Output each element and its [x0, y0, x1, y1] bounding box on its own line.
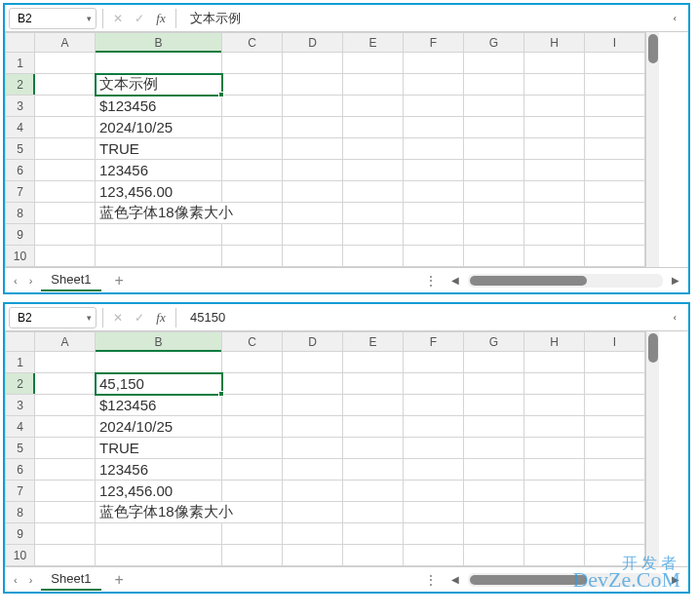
cell[interactable] [404, 352, 464, 373]
cell[interactable] [96, 246, 222, 267]
col-header-D[interactable]: D [283, 33, 343, 53]
cell[interactable] [35, 138, 96, 160]
cell[interactable] [464, 117, 524, 138]
scrollbar-thumb[interactable] [648, 333, 658, 363]
cell-B7[interactable]: 123,456.00 [96, 481, 222, 502]
cell[interactable] [283, 459, 343, 481]
cell[interactable] [585, 160, 645, 181]
cell-B7[interactable]: 123,456.00 [96, 181, 222, 203]
cell[interactable] [585, 395, 645, 416]
cell[interactable] [524, 246, 585, 267]
col-header-E[interactable]: E [343, 332, 404, 352]
cell[interactable] [222, 523, 283, 545]
cell[interactable] [222, 395, 283, 416]
cell[interactable] [343, 523, 404, 545]
cell[interactable] [464, 459, 524, 481]
cell[interactable] [585, 246, 645, 267]
row-header[interactable]: 7 [6, 181, 35, 203]
add-sheet-button[interactable]: + [107, 571, 132, 589]
cell[interactable] [404, 224, 464, 246]
cell[interactable] [404, 481, 464, 502]
scroll-right-icon[interactable]: ▶ [669, 275, 682, 286]
fx-icon[interactable]: fx [152, 308, 170, 327]
cell[interactable] [343, 181, 404, 203]
cell[interactable] [404, 96, 464, 117]
cell[interactable] [222, 459, 283, 481]
row-header[interactable]: 1 [6, 352, 35, 373]
col-header-C[interactable]: C [222, 332, 283, 352]
cell[interactable] [343, 481, 404, 502]
cell[interactable] [343, 96, 404, 117]
cell[interactable] [585, 523, 645, 545]
cell[interactable] [343, 138, 404, 160]
expand-icon[interactable]: ⌄ [672, 11, 682, 26]
cell-B6[interactable]: 123456 [96, 160, 222, 181]
col-header-A[interactable]: A [35, 33, 96, 53]
row-header[interactable]: 7 [6, 481, 35, 502]
cell[interactable] [464, 523, 524, 545]
cell-B2[interactable]: 文本示例 [96, 74, 222, 96]
cell[interactable] [343, 545, 404, 566]
cell[interactable] [343, 373, 404, 395]
row-header[interactable]: 8 [6, 502, 35, 523]
row-header[interactable]: 10 [6, 246, 35, 267]
cell[interactable] [343, 224, 404, 246]
tab-prev-icon[interactable]: ‹ [11, 574, 20, 586]
cell[interactable] [35, 117, 96, 138]
confirm-icon[interactable]: ✓ [131, 308, 148, 327]
row-header[interactable]: 9 [6, 523, 35, 545]
cell[interactable] [35, 181, 96, 203]
cell[interactable] [585, 416, 645, 438]
cell[interactable] [283, 545, 343, 566]
chevron-down-icon[interactable]: ▾ [87, 14, 92, 23]
row-header[interactable]: 1 [6, 53, 35, 74]
cell[interactable] [35, 373, 96, 395]
cell[interactable] [524, 459, 585, 481]
name-box[interactable]: B2 ▾ [9, 8, 97, 29]
cancel-icon[interactable]: ✕ [109, 308, 127, 327]
cell-B3[interactable]: $123456 [96, 96, 222, 117]
cell[interactable] [35, 352, 96, 373]
cell[interactable] [464, 502, 524, 523]
cell[interactable] [524, 181, 585, 203]
cell[interactable] [222, 181, 283, 203]
cell[interactable] [283, 395, 343, 416]
cell[interactable] [524, 74, 585, 96]
cell[interactable] [343, 246, 404, 267]
cell[interactable] [222, 545, 283, 566]
fx-icon[interactable]: fx [152, 9, 170, 28]
cell[interactable] [222, 138, 283, 160]
spreadsheet-grid[interactable]: A B C D E F G H I 1 245,150 3$123456 420… [5, 331, 645, 566]
cell[interactable] [283, 481, 343, 502]
cell[interactable] [404, 74, 464, 96]
cell[interactable] [585, 138, 645, 160]
spreadsheet-grid[interactable]: A B C D E F G H I 1 2文本示例 3$123456 42024… [5, 32, 645, 267]
cell[interactable] [524, 438, 585, 459]
cell[interactable] [283, 438, 343, 459]
cell[interactable] [464, 352, 524, 373]
cell[interactable] [524, 502, 585, 523]
col-header-H[interactable]: H [524, 332, 585, 352]
cell[interactable] [343, 395, 404, 416]
sheet-tab[interactable]: Sheet1 [41, 269, 100, 291]
cell[interactable] [464, 395, 524, 416]
cell-B3[interactable]: $123456 [96, 395, 222, 416]
row-header[interactable]: 3 [6, 395, 35, 416]
cell[interactable] [96, 53, 222, 74]
row-header[interactable]: 3 [6, 96, 35, 117]
cell[interactable] [464, 224, 524, 246]
cell[interactable] [343, 459, 404, 481]
col-header-B[interactable]: B [96, 332, 222, 352]
cell[interactable] [222, 117, 283, 138]
cell[interactable] [585, 481, 645, 502]
cell[interactable] [585, 545, 645, 566]
col-header-I[interactable]: I [585, 33, 645, 53]
col-header-F[interactable]: F [404, 332, 464, 352]
cell[interactable] [283, 224, 343, 246]
cell-B8[interactable]: 蓝色字体18像素大小 [96, 502, 283, 523]
cell[interactable] [585, 203, 645, 224]
cell[interactable] [222, 438, 283, 459]
cell-B5[interactable]: TRUE [96, 438, 222, 459]
cell[interactable] [222, 53, 283, 74]
cell[interactable] [283, 96, 343, 117]
